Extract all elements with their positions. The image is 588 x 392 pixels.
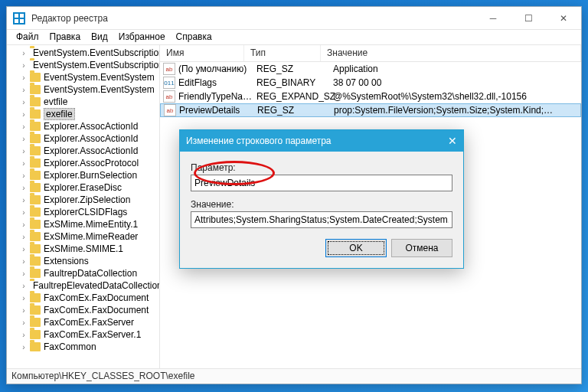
chevron-right-icon[interactable]: ›	[19, 208, 28, 217]
tree-item[interactable]: ›EventSystem.EventSubscription	[16, 47, 159, 59]
chevron-right-icon[interactable]: ›	[19, 306, 28, 315]
value-data: @%SystemRoot%\System32\shell32.dll,-1015…	[333, 91, 581, 102]
value-row[interactable]: ab(По умолчанию)REG_SZApplication	[160, 62, 581, 76]
chevron-right-icon[interactable]: ›	[19, 61, 28, 70]
tree-item[interactable]: ›evtfile	[16, 96, 159, 108]
menu-favorites[interactable]: Избранное	[114, 30, 170, 44]
tree-item[interactable]: ›FaultrepElevatedDataCollection	[16, 279, 159, 292]
tree-item[interactable]: ›ExSMime.SMIME.1	[16, 243, 159, 255]
tree-item[interactable]: ›EventSystem.EventSubscription	[16, 59, 159, 71]
tree-item[interactable]: ›ExSMime.MimeReader	[16, 230, 159, 243]
param-input[interactable]	[191, 175, 452, 191]
tree-label: FaxComEx.FaxDocument	[44, 292, 149, 303]
col-type[interactable]: Тип	[244, 45, 321, 61]
menu-view[interactable]: Вид	[87, 30, 113, 44]
tree-item[interactable]: ›Explorer.AssocProtocol	[16, 157, 159, 169]
chevron-right-icon[interactable]: ›	[19, 110, 28, 119]
value-row[interactable]: abPreviewDetailsREG_SZprop:System.FileVe…	[160, 103, 581, 117]
tree-item[interactable]: ›Explorer.BurnSelection	[16, 169, 159, 181]
tree-pane[interactable]: ›EventSystem.EventSubscription›EventSyst…	[7, 45, 160, 368]
chevron-right-icon[interactable]: ›	[19, 172, 28, 180]
folder-icon	[30, 256, 41, 266]
tree-label: EventSystem.EventSystem	[44, 84, 155, 95]
chevron-right-icon[interactable]: ›	[19, 184, 28, 192]
tree-label: Explorer.BurnSelection	[44, 170, 137, 181]
close-button[interactable]: ✕	[546, 7, 581, 30]
value-name: FriendlyTypeNam…	[178, 91, 256, 102]
chevron-right-icon[interactable]: ›	[19, 282, 28, 290]
tree-label: EventSystem.EventSubscription	[33, 47, 160, 58]
col-name[interactable]: Имя	[160, 45, 244, 61]
tree-item[interactable]: ›Explorer.ZipSelection	[16, 194, 159, 206]
chevron-right-icon[interactable]: ›	[19, 196, 28, 204]
chevron-right-icon[interactable]: ›	[19, 257, 28, 266]
maximize-button[interactable]: ☐	[511, 7, 546, 30]
folder-icon	[30, 318, 41, 327]
chevron-right-icon[interactable]: ›	[19, 294, 28, 302]
chevron-right-icon[interactable]: ›	[19, 220, 28, 229]
tree-item[interactable]: ›EventSystem.EventSystem	[16, 83, 159, 96]
tree-item[interactable]: ›ExplorerCLSIDFlags	[16, 206, 159, 218]
chevron-right-icon[interactable]: ›	[19, 49, 28, 57]
tree-label: ExSMime.MimeReader	[44, 231, 138, 242]
value-row[interactable]: abFriendlyTypeNam…REG_EXPAND_SZ@%SystemR…	[160, 90, 581, 103]
tree-item[interactable]: ›FaxComEx.FaxDocument	[16, 304, 159, 316]
dialog-titlebar[interactable]: Изменение строкового параметра ✕	[180, 130, 463, 152]
chevron-right-icon[interactable]: ›	[19, 135, 28, 143]
tree-label: exefile	[44, 108, 75, 120]
list-header[interactable]: Имя Тип Значение	[160, 45, 581, 62]
chevron-right-icon[interactable]: ›	[19, 233, 28, 241]
chevron-right-icon[interactable]: ›	[19, 98, 28, 106]
tree-item[interactable]: ›EventSystem.EventSystem	[16, 71, 159, 83]
tree-label: ExSMime.SMIME.1	[44, 243, 123, 254]
cancel-button[interactable]: Отмена	[391, 239, 452, 257]
value-label: Значение:	[191, 199, 452, 210]
menu-help[interactable]: Справка	[172, 30, 217, 44]
dialog-close-icon[interactable]: ✕	[448, 135, 457, 147]
tree-item[interactable]: ›exefile	[16, 108, 159, 120]
ok-button[interactable]: OK	[325, 239, 387, 257]
folder-icon	[30, 122, 41, 131]
chevron-right-icon[interactable]: ›	[19, 270, 28, 278]
chevron-right-icon[interactable]: ›	[19, 159, 28, 168]
titlebar[interactable]: Редактор реестра ─ ☐ ✕	[7, 7, 581, 30]
chevron-right-icon[interactable]: ›	[19, 245, 28, 253]
tree-item[interactable]: ›FaultrepDataCollection	[16, 267, 159, 279]
folder-icon	[30, 330, 41, 339]
tree-label: Explorer.AssocActionId	[44, 121, 138, 132]
folder-icon	[30, 269, 41, 278]
tree-item[interactable]: ›Explorer.EraseDisc	[16, 181, 159, 194]
chevron-right-icon[interactable]: ›	[19, 74, 28, 82]
value-row[interactable]: 011EditFlagsREG_BINARY38 07 00 00	[160, 76, 581, 90]
folder-icon	[30, 97, 41, 106]
chevron-right-icon[interactable]: ›	[19, 318, 28, 327]
menu-file[interactable]: Файл	[11, 30, 44, 44]
tree-item[interactable]: ›Explorer.AssocActionId	[16, 132, 159, 145]
tree-item[interactable]: ›FaxCommon	[16, 341, 159, 353]
folder-icon	[30, 183, 41, 192]
minimize-button[interactable]: ─	[475, 7, 511, 30]
value-input[interactable]	[191, 211, 452, 228]
tree-item[interactable]: ›FaxComEx.FaxDocument	[16, 292, 159, 304]
folder-icon	[30, 146, 41, 155]
tree-item[interactable]: ›FaxComEx.FaxServer.1	[16, 328, 159, 341]
chevron-right-icon[interactable]: ›	[19, 86, 28, 94]
tree-label: EventSystem.EventSystem	[44, 72, 155, 83]
value-data: prop:System.FileVersion;System.Size;Syst…	[334, 105, 580, 116]
chevron-right-icon[interactable]: ›	[19, 122, 28, 131]
svg-rect-1	[20, 14, 24, 18]
folder-icon	[30, 232, 41, 241]
chevron-right-icon[interactable]: ›	[19, 343, 28, 351]
tree-item[interactable]: ›FaxComEx.FaxServer	[16, 316, 159, 328]
tree-label: Explorer.AssocActionId	[44, 145, 138, 156]
chevron-right-icon[interactable]: ›	[19, 331, 28, 339]
tree-label: FaxComEx.FaxServer.1	[44, 329, 141, 340]
tree-item[interactable]: ›Explorer.AssocActionId	[16, 120, 159, 132]
tree-label: EventSystem.EventSubscription	[33, 60, 160, 70]
tree-item[interactable]: ›ExSMime.MimeEntity.1	[16, 218, 159, 230]
col-value[interactable]: Значение	[321, 45, 581, 61]
menu-edit[interactable]: Правка	[45, 30, 86, 44]
chevron-right-icon[interactable]: ›	[19, 147, 28, 155]
tree-item[interactable]: ›Extensions	[16, 255, 159, 267]
tree-item[interactable]: ›Explorer.AssocActionId	[16, 145, 159, 157]
